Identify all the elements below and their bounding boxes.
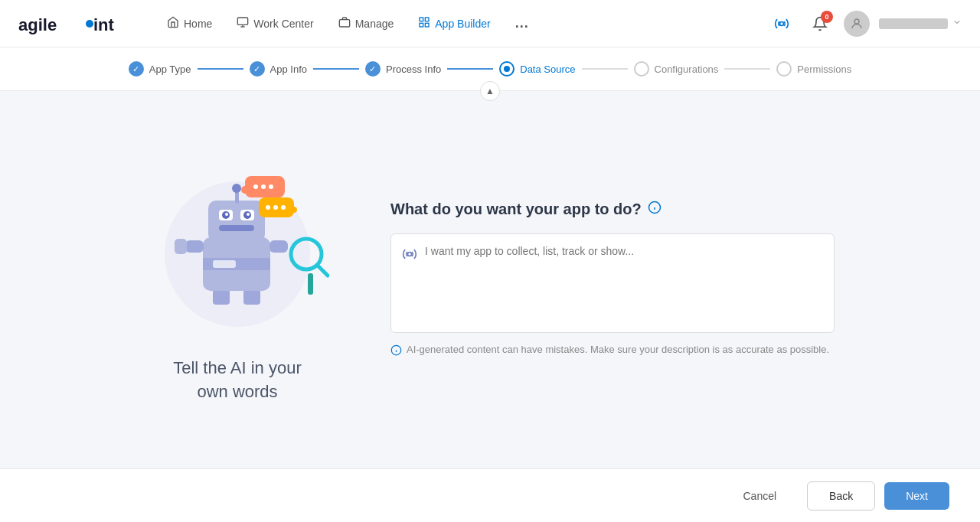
more-icon: ... — [515, 15, 529, 31]
svg-rect-8 — [426, 18, 430, 21]
illustration-caption: Tell the AI in your own words — [173, 357, 302, 404]
nav-right: 0 — [767, 9, 962, 38]
question-info-icon[interactable] — [648, 201, 662, 218]
nav-workcenter[interactable]: Work Center — [226, 10, 324, 37]
svg-rect-3 — [238, 18, 248, 24]
main-content: Tell the AI in your own words What do yo… — [0, 91, 980, 468]
step-label-process-info: Process Info — [386, 64, 441, 75]
grid-icon — [418, 16, 430, 31]
step-label-app-info: App Info — [270, 64, 307, 75]
content-wrapper: Tell the AI in your own words What do yo… — [145, 155, 835, 404]
svg-rect-6 — [339, 20, 349, 27]
warning-text: AI-generated content can have mistakes. … — [390, 344, 835, 358]
nav-links: Home Work Center Manage App Builder ... — [156, 9, 767, 38]
nav-home[interactable]: Home — [156, 10, 223, 37]
ai-icon — [402, 246, 417, 321]
step-label-app-type: App Type — [149, 64, 191, 75]
svg-rect-7 — [420, 18, 423, 21]
step-icon-app-info: ✓ — [250, 61, 265, 77]
svg-rect-30 — [185, 240, 204, 253]
svg-point-43 — [291, 207, 297, 213]
svg-point-39 — [253, 184, 258, 189]
nav-manage-label: Manage — [355, 18, 394, 30]
connector-3 — [447, 68, 493, 70]
svg-rect-27 — [219, 225, 254, 231]
connector-1 — [198, 68, 243, 70]
chevron-up-icon: ▲ — [485, 86, 495, 96]
svg-rect-9 — [420, 23, 423, 27]
nav-appbuilder[interactable]: App Builder — [407, 10, 501, 37]
connector-5 — [724, 68, 770, 70]
notification-badge: 0 — [821, 11, 833, 23]
home-icon — [167, 16, 179, 31]
avatar[interactable] — [844, 11, 870, 37]
svg-point-25 — [225, 213, 228, 216]
step-label-configurations: Configurations — [655, 64, 719, 75]
svg-point-40 — [261, 184, 266, 189]
robot-illustration — [145, 155, 329, 338]
step-icon-data-source — [499, 61, 514, 77]
notification-btn[interactable]: 0 — [805, 9, 835, 38]
briefcase-icon — [338, 16, 351, 31]
chevron-down-icon — [952, 18, 962, 29]
nav-appbuilder-label: App Builder — [435, 18, 490, 30]
step-data-source[interactable]: Data Source — [499, 61, 633, 77]
svg-point-12 — [854, 19, 859, 24]
svg-point-1 — [86, 20, 93, 28]
step-app-info[interactable]: ✓ App Info — [250, 61, 365, 77]
monitor-icon — [237, 16, 249, 31]
step-process-info[interactable]: ✓ Process Info — [365, 61, 499, 77]
svg-point-29 — [232, 184, 241, 193]
step-permissions[interactable]: Permissions — [776, 61, 851, 77]
step-icon-app-type: ✓ — [129, 61, 144, 77]
step-app-type[interactable]: ✓ App Type — [129, 61, 250, 77]
user-name — [879, 18, 948, 29]
step-configurations[interactable]: Configurations — [634, 61, 777, 77]
svg-rect-18 — [213, 260, 236, 268]
step-icon-configurations — [634, 61, 649, 77]
svg-point-38 — [247, 188, 252, 192]
nav-more[interactable]: ... — [505, 9, 540, 38]
svg-rect-20 — [208, 201, 265, 242]
svg-line-34 — [318, 266, 328, 276]
steps-bar: ✓ App Type ✓ App Info ✓ Process Info — [0, 47, 980, 91]
svg-rect-35 — [308, 273, 313, 295]
svg-point-11 — [780, 21, 784, 25]
svg-text:int: int — [93, 15, 115, 34]
step-icon-permissions — [776, 61, 792, 77]
user-menu[interactable] — [879, 18, 962, 29]
svg-point-26 — [247, 213, 250, 216]
form-side: What do you want your app to do? AI-gene… — [390, 201, 835, 358]
nav-workcenter-label: Work Center — [253, 18, 313, 30]
collapse-steps-btn[interactable]: ▲ — [480, 81, 500, 101]
svg-text:agile: agile — [18, 15, 57, 34]
question-title: What do you want your app to do? — [390, 201, 835, 218]
logo[interactable]: agile int — [18, 11, 126, 37]
textarea-wrapper — [390, 233, 835, 333]
svg-rect-10 — [426, 23, 430, 27]
step-icon-process-info: ✓ — [365, 61, 381, 77]
warning-icon — [390, 344, 402, 358]
svg-rect-28 — [235, 191, 239, 204]
app-description-input[interactable] — [425, 245, 823, 321]
step-label-data-source: Data Source — [520, 64, 575, 75]
connector-2 — [313, 68, 359, 70]
svg-point-50 — [408, 253, 412, 256]
step-label-permissions: Permissions — [797, 64, 851, 75]
svg-point-46 — [281, 205, 286, 210]
illustration-side: Tell the AI in your own words — [145, 155, 329, 404]
apps-icon-btn[interactable] — [767, 9, 796, 38]
svg-rect-32 — [270, 240, 288, 253]
svg-point-45 — [273, 205, 278, 210]
nav-home-label: Home — [184, 18, 212, 30]
svg-point-41 — [269, 184, 273, 189]
svg-point-44 — [266, 205, 270, 210]
nav-manage[interactable]: Manage — [328, 10, 405, 37]
connector-4 — [582, 68, 628, 70]
navbar: agile int Home Work Center Manage — [0, 0, 980, 47]
svg-rect-31 — [175, 239, 187, 254]
